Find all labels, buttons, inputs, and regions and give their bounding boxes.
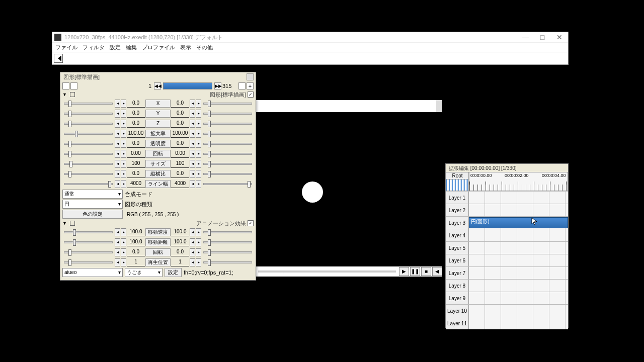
step-up-button[interactable]: ▸ xyxy=(196,258,201,266)
step-up-button[interactable]: ▸ xyxy=(196,170,201,178)
layer-name[interactable]: Layer 1 xyxy=(446,192,469,204)
section-shape-header[interactable]: ▼ 図形[標準描画] ✓ xyxy=(60,90,256,99)
back-icon[interactable] xyxy=(54,54,63,63)
next-frame-button[interactable]: ▶▶ xyxy=(214,82,221,89)
value-left[interactable]: 100.00 xyxy=(127,130,145,138)
slider-left[interactable] xyxy=(64,241,113,243)
step-up-button[interactable]: ▸ xyxy=(121,248,126,256)
layer-name[interactable]: Layer 5 xyxy=(446,242,469,254)
section-shape-checkbox[interactable]: ✓ xyxy=(248,92,254,98)
value-right[interactable]: 0.0 xyxy=(171,100,189,108)
step-up-button[interactable]: ▸ xyxy=(196,120,201,128)
slider-left[interactable] xyxy=(64,133,113,135)
param-label[interactable]: 移動速度 xyxy=(145,228,171,236)
slider-left[interactable] xyxy=(64,123,113,125)
layer-name[interactable]: Layer 7 xyxy=(446,267,469,279)
panel-close-button[interactable] xyxy=(247,73,254,80)
step-down-button[interactable]: ◂ xyxy=(190,140,195,148)
param-label[interactable]: 縦横比 xyxy=(145,170,171,178)
step-down-button[interactable]: ◂ xyxy=(190,248,195,256)
titlebar[interactable]: 1280x720_30fps_44100Hz.exedit (1280,720)… xyxy=(52,32,568,42)
blend-mode-dropdown[interactable]: 通常 xyxy=(62,190,123,199)
value-left[interactable]: 0.0 xyxy=(127,170,145,178)
param-label[interactable]: 再生位置 xyxy=(145,258,171,266)
layer-track[interactable] xyxy=(469,292,568,304)
value-left[interactable]: 1 xyxy=(127,258,145,266)
step-up-button[interactable]: ▸ xyxy=(196,130,201,138)
value-left[interactable]: 100.0 xyxy=(127,228,145,236)
value-right[interactable]: 0.0 xyxy=(171,248,189,256)
step-up-button[interactable]: ▸ xyxy=(121,140,126,148)
step-down-button[interactable]: ◂ xyxy=(115,228,120,236)
layer-name[interactable]: Layer 10 xyxy=(446,305,469,317)
step-up-button[interactable]: ▸ xyxy=(121,120,126,128)
value-left[interactable]: 0.0 xyxy=(127,110,145,118)
layer-name[interactable]: Layer 11 xyxy=(446,317,469,329)
section-anim-header[interactable]: ▼ アニメーション効果 ✓ xyxy=(60,219,256,227)
timeline-ruler[interactable]: 0:00:00.00 00:00:02.00 00:00:04.00 xyxy=(469,172,568,191)
slider-right[interactable] xyxy=(203,113,252,115)
step-up-button[interactable]: ▸ xyxy=(121,150,126,158)
step-up-button[interactable]: ▸ xyxy=(196,248,201,256)
menu-profile[interactable]: プロファイル xyxy=(142,44,175,51)
close-button[interactable]: ✕ xyxy=(551,32,568,42)
step-up-button[interactable]: ▸ xyxy=(196,150,201,158)
step-down-button[interactable]: ◂ xyxy=(115,150,120,158)
step-down-button[interactable]: ◂ xyxy=(115,100,120,108)
param-label[interactable]: 透明度 xyxy=(145,140,171,148)
slider-right[interactable] xyxy=(203,103,252,105)
param-label[interactable]: サイズ xyxy=(145,160,171,168)
value-right[interactable]: 0.0 xyxy=(171,120,189,128)
slider-left[interactable] xyxy=(64,173,113,175)
step-up-button[interactable]: ▸ xyxy=(196,228,201,236)
section-anim-checkbox[interactable]: ✓ xyxy=(248,220,254,226)
step-up-button[interactable]: ▸ xyxy=(196,110,201,118)
layer-name[interactable]: Layer 4 xyxy=(446,229,469,241)
layer-name[interactable]: Layer 8 xyxy=(446,280,469,292)
layer-name[interactable]: Layer 9 xyxy=(446,292,469,304)
value-left[interactable]: 0.00 xyxy=(127,150,145,158)
step-up-button[interactable]: ▸ xyxy=(121,228,126,236)
step-down-button[interactable]: ◂ xyxy=(190,180,195,188)
step-up-button[interactable]: ▸ xyxy=(121,130,126,138)
layer-track[interactable] xyxy=(469,267,568,279)
param-label[interactable]: Z xyxy=(145,120,171,128)
slider-left[interactable] xyxy=(64,261,113,263)
pause-button[interactable]: ❚❚ xyxy=(410,267,420,276)
step-down-button[interactable]: ◂ xyxy=(190,160,195,168)
slider-left[interactable] xyxy=(64,113,113,115)
color-button[interactable]: 色の設定 xyxy=(62,210,123,219)
slider-left[interactable] xyxy=(64,153,113,155)
slider-right[interactable] xyxy=(203,163,252,165)
param-label[interactable]: 回転 xyxy=(145,248,171,256)
slider-right[interactable] xyxy=(203,173,252,175)
step-up-button[interactable]: ▸ xyxy=(196,160,201,168)
slider-right[interactable] xyxy=(203,251,252,253)
step-down-button[interactable]: ◂ xyxy=(115,170,120,178)
minimize-button[interactable]: — xyxy=(517,32,534,42)
layer-name[interactable]: Layer 6 xyxy=(446,254,469,266)
step-down-button[interactable]: ◂ xyxy=(115,110,120,118)
step-up-button[interactable]: ▸ xyxy=(121,100,126,108)
menu-edit[interactable]: 編集 xyxy=(126,44,137,51)
layer-track[interactable] xyxy=(469,229,568,241)
step-up-button[interactable]: ▸ xyxy=(196,140,201,148)
step-up-button[interactable]: ▸ xyxy=(121,160,126,168)
slider-left[interactable] xyxy=(64,143,113,145)
value-right[interactable]: 0.0 xyxy=(171,140,189,148)
step-up-button[interactable]: ▸ xyxy=(121,170,126,178)
value-left[interactable]: 0.0 xyxy=(127,248,145,256)
resize-handle[interactable] xyxy=(436,100,442,112)
frame-progress[interactable] xyxy=(163,82,212,89)
menu-view[interactable]: 表示 xyxy=(180,44,191,51)
timeline-root[interactable]: Root xyxy=(446,172,469,191)
step-up-button[interactable]: ▸ xyxy=(196,100,201,108)
step-down-button[interactable]: ◂ xyxy=(115,120,120,128)
slider-left[interactable] xyxy=(64,231,113,233)
layer-track[interactable] xyxy=(469,242,568,254)
lock-icon[interactable] xyxy=(70,92,75,97)
slider-left[interactable] xyxy=(64,251,113,253)
menu-other[interactable]: その他 xyxy=(196,44,213,51)
shape-type-dropdown[interactable]: 円 xyxy=(62,200,123,209)
value-right[interactable]: 0.00 xyxy=(171,150,189,158)
